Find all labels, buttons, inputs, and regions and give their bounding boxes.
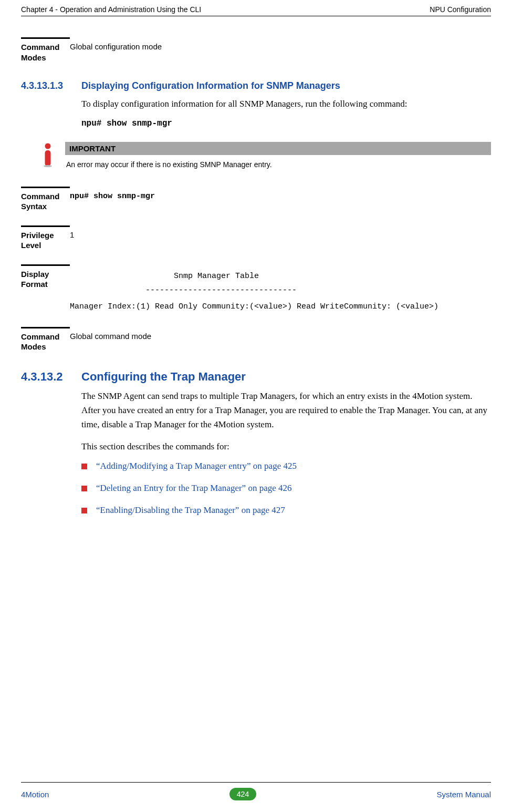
command-syntax-label: Command Syntax — [21, 191, 70, 212]
svg-point-0 — [45, 143, 51, 149]
spec-rule — [21, 187, 70, 188]
bullet-link-2[interactable]: “Deleting an Entry for the Trap Manager”… — [81, 483, 491, 494]
privilege-level-label: Privilege Level — [21, 230, 70, 251]
info-icon — [43, 143, 53, 169]
section-paragraph-1: The SNMP Agent can send traps to multipl… — [81, 389, 491, 432]
section-number: 4.3.13.1.3 — [21, 80, 81, 91]
footer-right: System Manual — [437, 790, 491, 799]
bullet-link-1[interactable]: “Adding/Modifying a Trap Manager entry” … — [81, 461, 491, 471]
privilege-level-value: 1 — [70, 230, 491, 239]
section-title: Displaying Configuration Information for… — [81, 80, 340, 91]
callout-title: IMPORTANT — [65, 142, 491, 155]
running-head-left: Chapter 4 - Operation and Administration… — [21, 5, 201, 14]
running-head: Chapter 4 - Operation and Administration… — [21, 5, 491, 16]
page-footer: 4Motion 424 System Manual — [21, 782, 491, 800]
command-example: npu# show snmp-mgr — [81, 118, 491, 129]
spec-rule — [21, 264, 70, 266]
bullet-list: “Adding/Modifying a Trap Manager entry” … — [81, 461, 491, 516]
callout-body: An error may occur if there is no existi… — [65, 155, 491, 170]
footer-left: 4Motion — [21, 790, 49, 799]
svg-rect-1 — [45, 150, 51, 166]
display-format-title: Snmp Manager Table — [70, 269, 491, 283]
section-number-2: 4.3.13.2 — [21, 370, 81, 384]
header-rule — [21, 16, 491, 16]
display-format-label: Display Format — [21, 269, 70, 290]
section-title-2: Configuring the Trap Manager — [81, 370, 246, 384]
section-paragraph: To display configuration information for… — [81, 97, 491, 111]
display-format-body: Manager Index:(1) Read Only Community:(<… — [70, 301, 491, 313]
command-modes-value: Global configuration mode — [70, 42, 491, 51]
command-syntax-value: npu# show snmp-mgr — [70, 191, 491, 202]
page-number-badge: 424 — [229, 788, 256, 800]
section-paragraph-2: This section describes the commands for: — [81, 439, 491, 454]
spec-rule — [21, 37, 70, 39]
bullet-link-3[interactable]: “Enabling/Disabling the Trap Manager” on… — [81, 505, 491, 516]
spec-rule — [21, 225, 70, 227]
running-head-right: NPU Configuration — [430, 5, 491, 14]
display-format-divider: -------------------------------- — [70, 283, 491, 297]
svg-point-2 — [44, 165, 52, 167]
command-modes-value-2: Global command mode — [70, 332, 491, 341]
spec-rule — [21, 327, 70, 328]
footer-rule — [21, 782, 491, 783]
important-callout: IMPORTANT An error may occur if there is… — [43, 142, 491, 170]
command-modes-label-2: Command Modes — [21, 332, 70, 352]
command-modes-label: Command Modes — [21, 42, 70, 63]
